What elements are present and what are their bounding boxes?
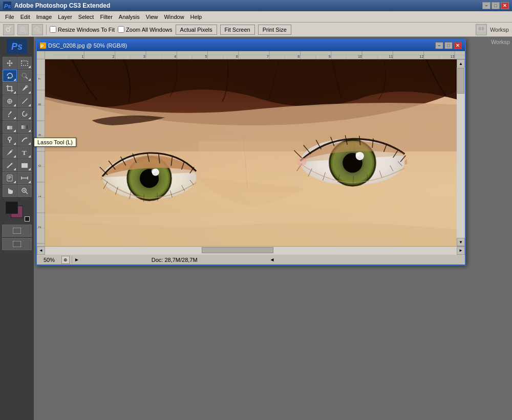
status-doc-info: Doc: 28,7M/28,7M [81,257,268,263]
scroll-down-arrow[interactable]: ▼ [457,238,465,246]
type-tool-button[interactable]: T [17,146,32,159]
scroll-up-arrow[interactable]: ▲ [457,59,465,68]
zoom-all-checkbox-group[interactable]: Zoom All Windows [118,26,172,33]
svg-point-119 [296,158,307,166]
resize-windows-checkbox[interactable] [50,26,56,33]
crop-tool-button[interactable] [3,82,17,95]
screen-mode-button[interactable] [2,225,32,237]
zoom-in-icon[interactable] [17,24,29,35]
menu-edit[interactable]: Edit [17,13,33,21]
healing-brush-button[interactable] [3,95,17,107]
app-icon: Ps [3,2,11,10]
notes-tool-button[interactable] [3,172,17,184]
clone-stamp-button[interactable] [3,108,17,120]
foreground-color-swatch[interactable] [6,202,18,214]
shape-tool-button[interactable] [17,159,32,171]
scroll-thumb-right[interactable] [457,68,464,94]
scrollbar-track-bottom [45,247,457,255]
marquee-tool-button[interactable] [17,57,32,69]
canvas-area [45,59,457,246]
ruler-left: 7 8 9 0 1 2 [37,59,45,246]
zoom-all-checkbox[interactable] [118,26,124,33]
svg-rect-39 [13,241,21,247]
menu-analysis[interactable]: Analysis [116,13,143,21]
measure-tool-button[interactable] [17,172,32,184]
doc-minimize-button[interactable]: − [435,42,443,49]
svg-rect-26 [22,163,28,168]
scroll-right-arrow[interactable]: ► [457,247,465,255]
svg-text:2: 2 [113,55,115,58]
doc-close-button[interactable]: ✕ [454,42,462,49]
swap-colors-icon[interactable] [25,216,30,222]
menu-filter[interactable]: Filter [97,13,115,21]
document-icon: P [40,42,46,49]
menu-window[interactable]: Window [161,13,187,21]
tool-row-2 [3,70,32,82]
svg-text:1: 1 [81,55,83,58]
status-right-arrow[interactable]: ◄ [270,257,275,262]
svg-rect-12 [22,61,28,65]
scrollbar-thumb-bottom[interactable] [202,247,273,253]
menu-help[interactable]: Help [187,13,205,21]
menu-image[interactable]: Image [33,13,55,21]
tool-row-4 [3,95,32,107]
minimize-button[interactable]: − [482,2,490,9]
actual-pixels-button[interactable]: Actual Pixels [176,25,217,35]
svg-text:9: 9 [38,134,41,136]
menu-view[interactable]: View [143,13,161,21]
history-brush-button[interactable] [17,108,32,120]
hand-tool-button[interactable] [3,185,17,197]
print-size-button[interactable]: Print Size [258,25,291,35]
gradient-tool-button[interactable] [17,121,32,133]
resize-windows-checkbox-group[interactable]: Resize Windows To Fit [50,26,115,33]
tool-row-8: T [3,146,32,159]
eyedropper-tool-button[interactable] [17,82,32,95]
dodge-tool-button[interactable] [3,134,17,146]
app-title: Adobe Photoshop CS3 Extended [14,2,482,9]
menu-select[interactable]: Select [75,13,97,21]
toolbar: Ps [0,37,34,420]
scroll-left-arrow[interactable]: ◄ [37,247,45,255]
tool-row-3 [3,82,32,95]
workspace-switcher-icon[interactable] [476,24,487,35]
restore-button[interactable]: □ [492,2,500,9]
svg-text:2: 2 [38,226,41,228]
image-canvas [45,59,457,246]
lasso-tool-button[interactable] [3,70,17,82]
document-title: DSC_0208.jpg @ 50% (RGB/8) [48,42,435,49]
pen-tool-button[interactable] [3,146,17,159]
path-select-button[interactable] [3,159,17,171]
svg-text:8: 8 [297,55,300,58]
ruler-corner [37,51,45,59]
status-left-arrow[interactable]: ► [74,257,79,262]
smudge-tool-button[interactable] [17,134,32,146]
tool-row-6 [3,121,32,133]
status-icon[interactable]: ⊕ [61,256,70,264]
document-window-controls: − □ ✕ [435,42,462,49]
lasso-tool-tooltip: Lasso Tool (L) [34,138,76,147]
svg-point-13 [22,73,26,77]
fit-screen-button[interactable]: Fit Screen [220,25,255,35]
zoom-tool-button[interactable] [17,185,32,197]
workspace-right-label: Worksp [491,39,510,45]
eraser-tool-button[interactable] [3,121,17,133]
move-tool-button[interactable] [3,57,17,69]
svg-text:5: 5 [205,55,207,58]
svg-text:8: 8 [38,103,41,105]
brush-tool-button[interactable] [17,95,32,107]
svg-text:P: P [40,43,44,49]
close-button[interactable]: ✕ [501,2,509,9]
scroll-track-right [457,68,465,238]
tool-row-10 [3,172,32,184]
menu-layer[interactable]: Layer [55,13,75,21]
doc-restore-button[interactable]: □ [444,42,453,49]
zoom-all-label: Zoom All Windows [126,27,172,33]
workspace: Ps [0,37,512,420]
tool-row-5 [3,108,32,120]
zoom-out-icon[interactable] [32,24,43,35]
workspace-label: Worksp [490,27,509,33]
full-screen-button[interactable] [2,238,32,250]
quick-select-tool-button[interactable] [17,70,32,82]
menu-file[interactable]: File [2,13,17,21]
menu-bar: File Edit Image Layer Select Filter Anal… [0,11,512,23]
